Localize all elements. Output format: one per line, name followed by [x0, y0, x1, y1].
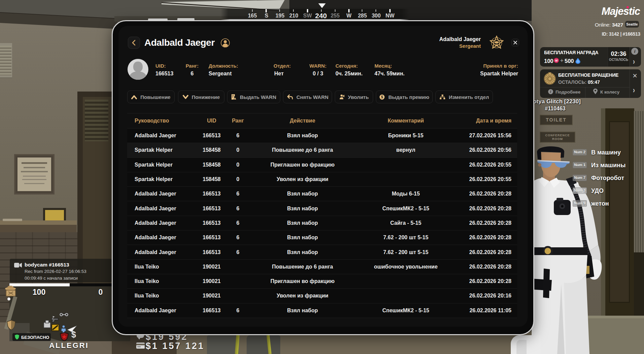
svg-text:$: $ [381, 95, 383, 99]
